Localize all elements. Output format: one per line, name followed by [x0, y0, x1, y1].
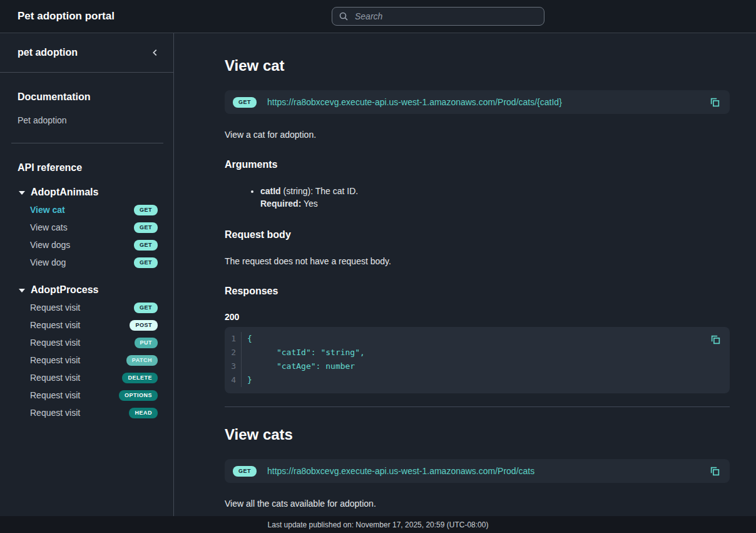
operation-title-view-cat: View cat [225, 57, 730, 75]
line-number: 4 [225, 373, 242, 387]
copy-icon [710, 97, 720, 108]
code-line: 4 } [225, 373, 730, 387]
sidebar-divider [11, 143, 163, 143]
sidebar-item-request-visit-post[interactable]: Request visit POST [0, 316, 173, 334]
main-content: View cat GET https://ra8obxcevg.execute-… [174, 33, 756, 533]
footer-bar: Last update published on: November 17, 2… [0, 516, 756, 533]
copy-icon [710, 334, 721, 345]
method-badge-delete: DELETE [122, 373, 158, 383]
nav-item-label: View cats [30, 222, 68, 232]
responses-heading: Responses [225, 286, 730, 297]
argument-required-label: Required: [260, 199, 301, 209]
chevron-left-icon [151, 48, 160, 57]
sidebar-item-request-visit-options[interactable]: Request visit OPTIONS [0, 386, 173, 404]
method-badge-post: POST [130, 320, 158, 331]
request-body-heading: Request body [225, 229, 730, 241]
nav-item-label: Request visit [30, 338, 80, 348]
search-input[interactable] [354, 11, 538, 22]
code-line: 2 "catId": "string", [225, 346, 730, 360]
api-reference-heading: API reference [0, 162, 173, 173]
argument-item: catId (string): The cat ID. Required: Ye… [260, 185, 730, 210]
method-badge-get: GET [134, 257, 158, 268]
line-number: 2 [225, 346, 242, 360]
method-badge-get: GET [134, 205, 158, 215]
nav-item-label: View cat [30, 205, 65, 215]
method-badge-put: PUT [135, 338, 158, 348]
line-number: 3 [225, 360, 242, 373]
operation-description: View all the cats available for adoption… [225, 499, 730, 509]
response-status-code: 200 [225, 312, 730, 322]
nav-item-label: Request visit [30, 408, 80, 418]
code-text: "catId": "string", [242, 346, 365, 360]
sidebar-item-request-visit-get[interactable]: Request visit GET [0, 299, 173, 316]
sidebar-item-request-visit-delete[interactable]: Request visit DELETE [0, 369, 173, 386]
response-code-block: 1 { 2 "catId": "string", 3 "catAge": num… [225, 327, 730, 393]
method-badge-get: GET [233, 97, 257, 108]
copy-url-button[interactable] [708, 465, 722, 478]
section-divider [225, 406, 730, 407]
endpoint-bar: GET https://ra8obxcevg.execute-api.us-we… [225, 459, 730, 483]
nav-item-label: Request visit [30, 373, 80, 383]
sidebar-item-request-visit-patch[interactable]: Request visit PATCH [0, 351, 173, 369]
method-badge-patch: PATCH [126, 355, 158, 366]
caret-down-icon [19, 191, 25, 195]
sidebar-group-adoptanimals[interactable]: AdoptAnimals [0, 184, 173, 201]
sidebar-item-request-visit-put[interactable]: Request visit PUT [0, 334, 173, 351]
sidebar-item-pet-adoption[interactable]: Pet adoption [0, 113, 173, 128]
group-label: AdoptAnimals [31, 187, 98, 198]
search-icon [339, 11, 349, 21]
nav-item-label: Request visit [30, 390, 80, 400]
sidebar-title: pet adoption [18, 47, 78, 58]
sidebar-item-request-visit-head[interactable]: Request visit HEAD [0, 404, 173, 422]
sidebar-group-adoptprocess[interactable]: AdoptProcess [0, 281, 173, 299]
last-update-text: Last update published on: November 17, 2… [268, 520, 489, 529]
nav-item-label: View dogs [30, 240, 70, 250]
line-number: 1 [225, 332, 242, 346]
copy-code-button[interactable] [709, 333, 722, 346]
argument-desc: (string): The cat ID. [281, 186, 358, 196]
arguments-list: catId (string): The cat ID. Required: Ye… [225, 185, 730, 210]
nav-item-label: Request visit [30, 320, 80, 330]
sidebar-item-view-cats[interactable]: View cats GET [0, 219, 173, 236]
nav-item-label: View dog [30, 257, 66, 267]
nav-item-label: Request visit [30, 355, 80, 365]
operation-description: View a cat for adoption. [225, 130, 730, 140]
method-badge-options: OPTIONS [119, 390, 158, 401]
arguments-heading: Arguments [225, 159, 730, 170]
top-bar: Pet adoption portal [0, 0, 756, 33]
method-badge-get: GET [134, 222, 158, 233]
method-badge-get: GET [233, 466, 257, 477]
code-line: 1 { [225, 332, 730, 346]
caret-down-icon [19, 289, 25, 292]
code-text: } [242, 373, 252, 387]
sidebar-item-view-cat[interactable]: View cat GET [0, 201, 173, 219]
sidebar-collapse-button[interactable] [148, 46, 162, 60]
request-body-text: The request does not have a request body… [225, 256, 730, 266]
endpoint-url[interactable]: https://ra8obxcevg.execute-api.us-west-1… [267, 97, 562, 107]
nav-item-label: Request visit [30, 303, 80, 313]
app-title: Pet adoption portal [18, 10, 115, 23]
code-line: 3 "catAge": number [225, 360, 730, 373]
argument-name: catId [260, 186, 281, 196]
sidebar-item-view-dogs[interactable]: View dogs GET [0, 236, 173, 254]
sidebar-item-view-dog[interactable]: View dog GET [0, 254, 173, 271]
method-badge-head: HEAD [129, 408, 158, 418]
sidebar-header: pet adoption [0, 33, 173, 73]
method-badge-get: GET [134, 240, 158, 251]
method-badge-get: GET [134, 303, 158, 313]
code-text: "catAge": number [242, 360, 355, 373]
copy-url-button[interactable] [708, 96, 722, 109]
code-text: { [242, 332, 252, 346]
argument-required-value: Yes [301, 199, 317, 209]
group-label: AdoptProcess [31, 284, 98, 296]
sidebar: pet adoption Documentation Pet adoption … [0, 33, 174, 533]
documentation-heading: Documentation [0, 91, 173, 103]
search-box[interactable] [332, 7, 544, 26]
copy-icon [710, 466, 720, 477]
endpoint-bar: GET https://ra8obxcevg.execute-api.us-we… [225, 90, 730, 114]
operation-title-view-cats: View cats [225, 426, 730, 443]
endpoint-url[interactable]: https://ra8obxcevg.execute-api.us-west-1… [267, 466, 534, 476]
